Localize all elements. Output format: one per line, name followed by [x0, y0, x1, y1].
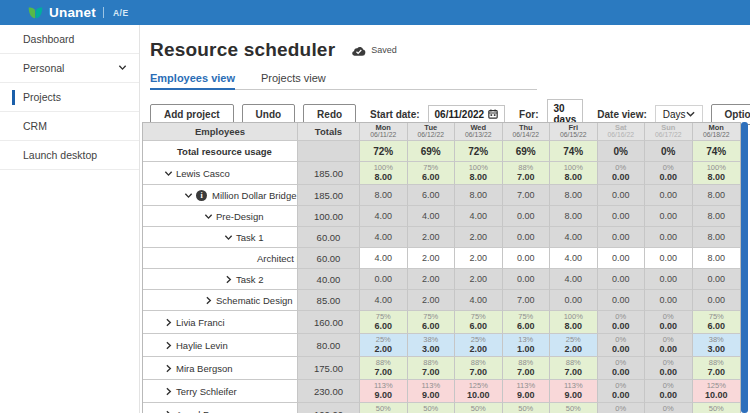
schedule-cell[interactable]: 100%8.00 [693, 162, 741, 185]
schedule-cell[interactable]: 0.00 [360, 269, 408, 290]
schedule-cell[interactable]: 8.00 [360, 185, 408, 206]
schedule-cell[interactable]: 4.00 [360, 206, 408, 227]
schedule-cell[interactable]: 0%0.00 [645, 380, 693, 403]
schedule-cell[interactable]: 2.00 [408, 290, 456, 311]
row-name-cell[interactable]: Architect II [143, 248, 298, 269]
schedule-cell[interactable]: 0%0.00 [598, 403, 646, 413]
schedule-cell[interactable]: 0.00 [645, 248, 693, 269]
schedule-cell[interactable]: 0%0.00 [645, 162, 693, 185]
schedule-cell[interactable]: 8.00 [693, 227, 741, 248]
chevron-right-icon[interactable] [161, 341, 176, 350]
schedule-cell[interactable]: 4.00 [455, 206, 503, 227]
schedule-cell[interactable]: 50%4.00 [455, 403, 503, 413]
schedule-cell[interactable]: 0.00 [598, 269, 646, 290]
schedule-cell[interactable]: 88%7.00 [455, 357, 503, 380]
schedule-cell[interactable]: 0.00 [693, 269, 741, 290]
schedule-cell[interactable]: 4.00 [550, 227, 598, 248]
schedule-cell[interactable]: 2.00 [408, 269, 456, 290]
schedule-cell[interactable]: 0.00 [645, 206, 693, 227]
schedule-cell[interactable]: 0.00 [598, 290, 646, 311]
schedule-cell[interactable]: 0.00 [503, 269, 551, 290]
row-name-cell[interactable]: Mira Bergson [143, 357, 298, 380]
schedule-cell[interactable]: 50%4.00 [550, 403, 598, 413]
schedule-cell[interactable]: 4.00 [360, 290, 408, 311]
schedule-cell[interactable]: 2.00 [408, 227, 456, 248]
schedule-cell[interactable]: 0%0.00 [598, 357, 646, 380]
calendar-icon[interactable] [488, 109, 498, 119]
schedule-cell[interactable]: 75%6.00 [455, 311, 503, 334]
sidebar-item-dashboard[interactable]: Dashboard [0, 25, 139, 54]
schedule-cell[interactable]: 50%4.00 [503, 403, 551, 413]
schedule-cell[interactable]: 4.00 [408, 206, 456, 227]
row-name-cell[interactable]: Angel Press [143, 403, 298, 413]
row-name-cell[interactable]: Task 1 [143, 227, 298, 248]
schedule-cell[interactable]: 50%4.00 [360, 403, 408, 413]
schedule-cell[interactable]: 100%8.00 [550, 311, 598, 334]
schedule-cell[interactable]: 0.00 [645, 269, 693, 290]
schedule-cell[interactable]: 0.00 [550, 290, 598, 311]
schedule-cell[interactable]: 8.00 [693, 185, 741, 206]
chevron-right-icon[interactable] [161, 364, 176, 373]
schedule-cell[interactable]: 8.00 [693, 248, 741, 269]
schedule-cell[interactable]: 4.00 [360, 227, 408, 248]
schedule-cell[interactable]: 0.00 [503, 248, 551, 269]
schedule-cell[interactable]: 113%9.00 [550, 380, 598, 403]
schedule-cell[interactable]: 7.00 [503, 290, 551, 311]
row-name-cell[interactable]: Haylie Levin [143, 334, 298, 357]
row-name-cell[interactable]: Task 2 [143, 269, 298, 290]
schedule-cell[interactable]: 88%7.00 [408, 357, 456, 380]
schedule-cell[interactable]: 50%4.00 [693, 403, 741, 413]
schedule-cell[interactable]: 7.00 [503, 185, 551, 206]
schedule-cell[interactable]: 0.00 [645, 227, 693, 248]
row-name-cell[interactable]: Schematic Design [143, 290, 298, 311]
schedule-cell[interactable]: 0%0.00 [645, 357, 693, 380]
schedule-cell[interactable]: 25%2.00 [550, 334, 598, 357]
schedule-cell[interactable]: 75%6.00 [408, 311, 456, 334]
schedule-cell[interactable]: 0%0.00 [645, 403, 693, 413]
schedule-cell[interactable]: 8.00 [693, 206, 741, 227]
row-name-cell[interactable]: iMillion Dollar Bridge [143, 185, 298, 206]
schedule-cell[interactable]: 0%0.00 [598, 380, 646, 403]
schedule-cell[interactable]: 88%7.00 [693, 357, 741, 380]
chevron-down-icon[interactable] [221, 233, 236, 242]
schedule-cell[interactable]: 100%8.00 [455, 162, 503, 185]
vertical-scrollbar[interactable] [741, 122, 748, 413]
chevron-right-icon[interactable] [161, 318, 176, 327]
schedule-cell[interactable]: 4.00 [550, 248, 598, 269]
schedule-cell[interactable]: 2.00 [455, 248, 503, 269]
schedule-cell[interactable]: 2.00 [408, 248, 456, 269]
row-name-cell[interactable]: Total resource usage [143, 141, 298, 162]
schedule-cell[interactable]: 0%0.00 [645, 334, 693, 357]
schedule-cell[interactable]: 4.00 [360, 248, 408, 269]
schedule-cell[interactable]: 0.00 [598, 206, 646, 227]
schedule-cell[interactable]: 0.00 [693, 290, 741, 311]
tab-projects-view[interactable]: Projects view [261, 72, 326, 89]
schedule-cell[interactable]: 8.00 [550, 206, 598, 227]
schedule-cell[interactable]: 113%9.00 [408, 380, 456, 403]
schedule-cell[interactable]: 0.00 [503, 227, 551, 248]
chevron-down-icon[interactable] [161, 169, 176, 178]
schedule-cell[interactable]: 75%6.00 [503, 311, 551, 334]
schedule-cell[interactable]: 6.00 [408, 185, 456, 206]
schedule-cell[interactable]: 8.00 [455, 185, 503, 206]
schedule-cell[interactable]: 113%9.00 [360, 380, 408, 403]
schedule-cell[interactable]: 88%7.00 [360, 357, 408, 380]
schedule-cell[interactable]: 0%0.00 [598, 334, 646, 357]
date-view-select[interactable]: Days [655, 105, 703, 124]
schedule-cell[interactable]: 0%0.00 [598, 162, 646, 185]
tab-employees-view[interactable]: Employees view [150, 72, 235, 90]
schedule-cell[interactable]: 0.00 [598, 248, 646, 269]
schedule-cell[interactable]: 75%6.00 [693, 311, 741, 334]
info-icon[interactable]: i [196, 190, 207, 201]
schedule-cell[interactable]: 125%10.00 [455, 380, 503, 403]
chevron-right-icon[interactable] [221, 275, 236, 284]
sidebar-item-launch-desktop[interactable]: Launch desktop [0, 141, 139, 170]
schedule-cell[interactable]: 25%2.00 [360, 334, 408, 357]
schedule-cell[interactable]: 0.00 [645, 185, 693, 206]
schedule-cell[interactable]: 4.00 [550, 269, 598, 290]
schedule-cell[interactable]: 50%4.00 [408, 403, 456, 413]
schedule-cell[interactable]: 88%7.00 [503, 162, 551, 185]
chevron-down-icon[interactable] [181, 191, 196, 200]
schedule-cell[interactable]: 4.00 [455, 290, 503, 311]
start-date-input[interactable]: 06/11/2022 [428, 105, 506, 124]
